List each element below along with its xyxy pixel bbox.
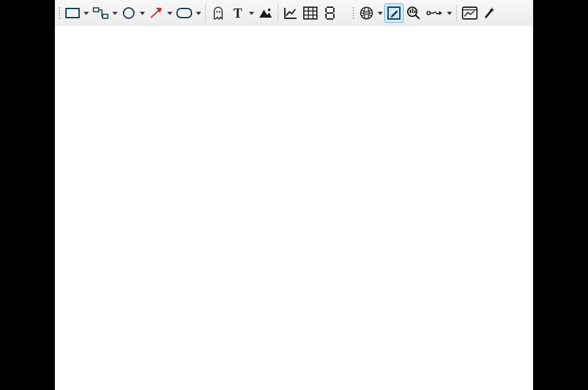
toolbar: T [55,0,533,27]
svg-text:T: T [233,7,242,20]
connector-dropdown[interactable] [112,12,118,15]
text-button[interactable]: T [228,3,248,23]
toolbar-grip[interactable] [57,4,61,22]
svg-rect-8 [177,8,191,18]
svg-rect-1 [93,8,99,12]
svg-rect-22 [327,18,333,20]
arrow-icon [149,7,163,20]
svg-rect-20 [327,7,333,8]
svg-rect-34 [412,8,414,13]
svg-rect-0 [66,8,79,18]
svg-point-36 [427,12,431,15]
svg-rect-21 [327,12,333,14]
app-frame: T [55,0,533,390]
svg-point-10 [219,11,220,12]
picture-icon [258,7,272,19]
flow-link-button[interactable] [423,3,446,23]
arrow-dropdown[interactable] [167,12,172,15]
wand-icon [483,6,495,20]
separator [456,5,457,22]
svg-rect-23 [325,8,327,12]
ellipse-icon [122,7,135,20]
digit-button[interactable] [320,3,340,23]
svg-line-32 [416,15,419,19]
chart-button[interactable] [281,3,301,23]
globe-dropdown[interactable] [378,12,383,15]
globe-icon [359,6,374,20]
flow-link-dropdown[interactable] [447,12,452,15]
wand-button[interactable] [480,3,495,23]
table-button[interactable] [301,3,320,23]
rectangle-dropdown[interactable] [84,12,89,15]
toolbar-grip[interactable] [351,4,355,22]
dashboard-icon [462,7,478,20]
edit-icon [387,6,401,20]
svg-point-4 [123,8,134,18]
canvas-area[interactable] [55,26,533,390]
chart-icon [284,7,298,20]
svg-rect-19 [304,7,317,11]
svg-rect-24 [333,8,335,12]
digit-icon [325,6,335,20]
connector-button[interactable] [90,3,111,23]
zoom-icon [406,6,421,20]
ghost-icon [212,6,225,20]
svg-rect-25 [325,14,327,18]
rectangle-button[interactable] [63,3,82,23]
svg-point-9 [216,11,218,12]
rounded-rect-dropdown[interactable] [196,12,201,15]
rounded-rect-icon [176,8,192,18]
svg-marker-12 [259,10,272,18]
dashboard-button[interactable] [459,3,480,23]
separator [278,5,278,22]
svg-rect-26 [333,14,335,18]
text-dropdown[interactable] [249,12,254,15]
svg-rect-33 [410,10,411,13]
rectangle-icon [65,8,80,18]
rounded-rect-button[interactable] [174,3,195,23]
connector-icon [93,7,108,19]
svg-point-13 [268,8,270,11]
ellipse-button[interactable] [119,3,139,23]
svg-line-40 [485,10,492,18]
svg-rect-38 [463,7,477,19]
edit-button[interactable] [384,3,404,23]
picture-button[interactable] [255,3,275,23]
separator [205,5,206,22]
table-icon [303,7,318,20]
globe-button[interactable] [357,3,376,23]
flow-link-icon [426,8,443,18]
ellipse-dropdown[interactable] [140,12,145,15]
svg-rect-35 [414,10,416,13]
arrow-button[interactable] [146,3,166,23]
ghost-button[interactable] [208,3,228,23]
svg-marker-37 [439,11,442,15]
text-icon: T [231,7,244,20]
zoom-button[interactable] [404,3,423,23]
